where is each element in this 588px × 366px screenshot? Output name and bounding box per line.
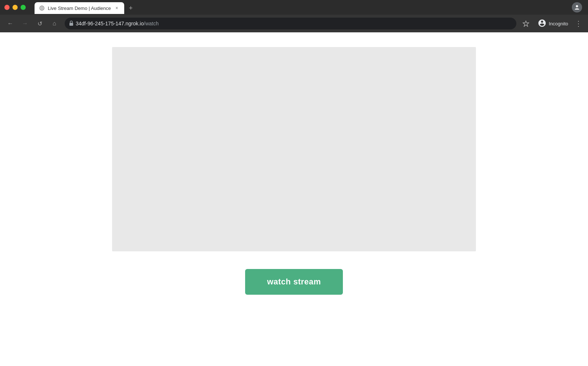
close-window-button[interactable]	[4, 5, 10, 10]
toolbar: ← → ↺ ⌂ 34df-96-245-175-147.ngrok.io/wat…	[0, 15, 588, 32]
bookmark-button[interactable]	[521, 18, 531, 29]
incognito-text: Incognito	[549, 21, 568, 26]
home-button[interactable]: ⌂	[49, 18, 60, 29]
incognito-icon	[538, 19, 546, 28]
svg-marker-3	[523, 21, 529, 26]
browser-chrome: Live Stream Demo | Audience × + ← → ↺ ⌂	[0, 0, 588, 32]
url-text: 34df-96-245-175-147.ngrok.io/watch	[76, 21, 512, 26]
svg-rect-2	[69, 23, 73, 26]
title-bar: Live Stream Demo | Audience × +	[0, 0, 588, 15]
minimize-window-button[interactable]	[12, 5, 18, 10]
address-bar[interactable]: 34df-96-245-175-147.ngrok.io/watch	[65, 18, 516, 29]
tab-favicon	[39, 5, 45, 11]
active-tab[interactable]: Live Stream Demo | Audience ×	[35, 2, 124, 14]
url-path: /watch	[144, 21, 158, 26]
forward-button[interactable]: →	[19, 18, 31, 29]
page-content: watch stream	[0, 32, 588, 353]
tab-title: Live Stream Demo | Audience	[48, 6, 111, 11]
profile-icon	[572, 2, 582, 12]
url-domain: 34df-96-245-175-147.ngrok.io	[76, 21, 144, 26]
watch-stream-button[interactable]: watch stream	[245, 269, 343, 295]
back-button[interactable]: ←	[4, 18, 16, 29]
browser-menu-button[interactable]: ⋮	[573, 18, 584, 29]
toolbar-right: Incognito ⋮	[534, 18, 584, 29]
window-controls	[4, 5, 26, 10]
tab-close-button[interactable]: ×	[114, 5, 120, 11]
profile-area	[572, 2, 584, 12]
new-tab-button[interactable]: +	[126, 3, 136, 13]
tabs-bar: Live Stream Demo | Audience × +	[32, 1, 139, 14]
lock-icon	[69, 21, 74, 27]
reload-button[interactable]: ↺	[34, 18, 46, 29]
incognito-badge[interactable]: Incognito	[534, 18, 572, 29]
svg-point-1	[576, 5, 578, 7]
maximize-window-button[interactable]	[21, 5, 26, 10]
video-placeholder	[112, 47, 476, 251]
